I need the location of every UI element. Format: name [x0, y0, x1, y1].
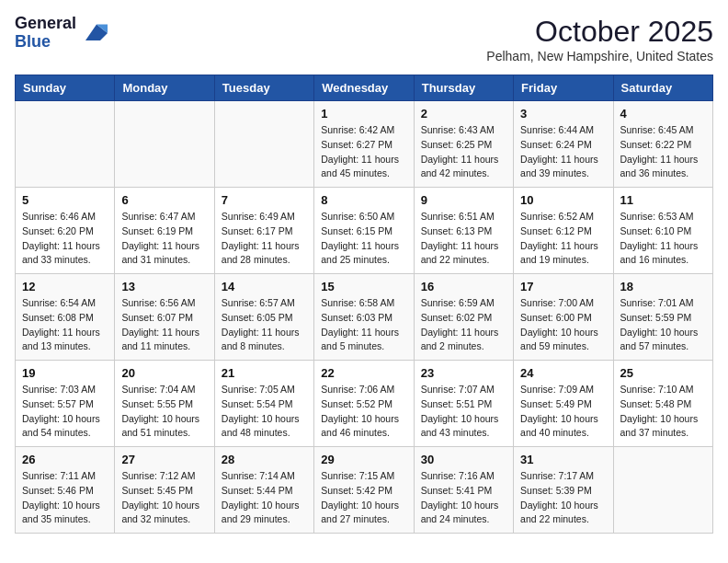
calendar-day-3: 3Sunrise: 6:44 AM Sunset: 6:24 PM Daylig…: [514, 101, 613, 188]
day-number: 27: [121, 453, 207, 466]
calendar-day-8: 8Sunrise: 6:50 AM Sunset: 6:15 PM Daylig…: [314, 188, 414, 274]
day-number: 16: [421, 280, 506, 293]
day-number: 23: [421, 366, 506, 380]
day-info: Sunrise: 6:56 AM Sunset: 6:07 PM Dayligh…: [121, 296, 207, 354]
day-number: 21: [222, 366, 307, 380]
calendar-empty-cell: [613, 447, 712, 534]
calendar-day-18: 18Sunrise: 7:01 AM Sunset: 5:59 PM Dayli…: [613, 274, 712, 361]
day-info: Sunrise: 7:09 AM Sunset: 5:49 PM Dayligh…: [520, 383, 606, 441]
calendar-day-7: 7Sunrise: 6:49 AM Sunset: 6:17 PM Daylig…: [214, 188, 313, 274]
calendar-day-21: 21Sunrise: 7:05 AM Sunset: 5:54 PM Dayli…: [214, 361, 313, 447]
day-info: Sunrise: 6:46 AM Sunset: 6:20 PM Dayligh…: [22, 210, 108, 268]
calendar-week-row: 1Sunrise: 6:42 AM Sunset: 6:27 PM Daylig…: [16, 101, 713, 188]
day-info: Sunrise: 7:10 AM Sunset: 5:48 PM Dayligh…: [620, 383, 706, 441]
logo-general-text: General: [15, 15, 76, 33]
day-number: 17: [520, 280, 606, 293]
day-number: 14: [222, 280, 307, 293]
day-number: 22: [321, 366, 406, 380]
day-info: Sunrise: 6:54 AM Sunset: 6:08 PM Dayligh…: [22, 296, 108, 354]
day-number: 1: [321, 107, 406, 121]
calendar-week-row: 5Sunrise: 6:46 AM Sunset: 6:20 PM Daylig…: [16, 188, 713, 274]
day-info: Sunrise: 6:50 AM Sunset: 6:15 PM Dayligh…: [321, 210, 406, 268]
calendar-empty-cell: [214, 101, 313, 188]
day-info: Sunrise: 6:47 AM Sunset: 6:19 PM Dayligh…: [121, 210, 207, 268]
day-info: Sunrise: 6:51 AM Sunset: 6:13 PM Dayligh…: [421, 210, 506, 268]
calendar-day-16: 16Sunrise: 6:59 AM Sunset: 6:02 PM Dayli…: [414, 274, 513, 361]
day-info: Sunrise: 7:01 AM Sunset: 5:59 PM Dayligh…: [620, 296, 706, 354]
day-info: Sunrise: 6:57 AM Sunset: 6:05 PM Dayligh…: [222, 296, 307, 354]
day-info: Sunrise: 6:53 AM Sunset: 6:10 PM Dayligh…: [620, 210, 706, 268]
month-year-title: October 2025: [486, 15, 713, 49]
day-number: 9: [421, 193, 506, 207]
day-number: 19: [22, 366, 108, 380]
calendar-table: SundayMondayTuesdayWednesdayThursdayFrid…: [15, 75, 713, 534]
day-header-saturday: Saturday: [613, 75, 712, 101]
calendar-day-15: 15Sunrise: 6:58 AM Sunset: 6:03 PM Dayli…: [314, 274, 414, 361]
logo: General Blue: [15, 15, 108, 52]
day-header-sunday: Sunday: [16, 75, 115, 101]
day-info: Sunrise: 7:16 AM Sunset: 5:41 PM Dayligh…: [421, 469, 506, 527]
day-number: 10: [520, 193, 606, 207]
day-info: Sunrise: 7:06 AM Sunset: 5:52 PM Dayligh…: [321, 383, 406, 441]
calendar-day-31: 31Sunrise: 7:17 AM Sunset: 5:39 PM Dayli…: [514, 447, 613, 534]
day-number: 26: [22, 453, 108, 466]
day-info: Sunrise: 7:15 AM Sunset: 5:42 PM Dayligh…: [321, 469, 406, 527]
day-number: 31: [520, 453, 606, 466]
day-number: 30: [421, 453, 506, 466]
day-info: Sunrise: 6:49 AM Sunset: 6:17 PM Dayligh…: [222, 210, 307, 268]
calendar-day-5: 5Sunrise: 6:46 AM Sunset: 6:20 PM Daylig…: [16, 188, 115, 274]
day-number: 12: [22, 280, 108, 293]
logo-icon: [78, 18, 108, 48]
day-number: 4: [620, 107, 706, 121]
calendar-day-14: 14Sunrise: 6:57 AM Sunset: 6:05 PM Dayli…: [214, 274, 313, 361]
day-header-tuesday: Tuesday: [214, 75, 313, 101]
day-number: 11: [620, 193, 706, 207]
day-info: Sunrise: 7:17 AM Sunset: 5:39 PM Dayligh…: [520, 469, 606, 527]
day-header-friday: Friday: [514, 75, 613, 101]
calendar-day-22: 22Sunrise: 7:06 AM Sunset: 5:52 PM Dayli…: [314, 361, 414, 447]
calendar-day-29: 29Sunrise: 7:15 AM Sunset: 5:42 PM Dayli…: [314, 447, 414, 534]
calendar-week-row: 26Sunrise: 7:11 AM Sunset: 5:46 PM Dayli…: [16, 447, 713, 534]
day-info: Sunrise: 6:43 AM Sunset: 6:25 PM Dayligh…: [421, 123, 506, 181]
day-number: 3: [520, 107, 606, 121]
calendar-day-12: 12Sunrise: 6:54 AM Sunset: 6:08 PM Dayli…: [16, 274, 115, 361]
calendar-day-10: 10Sunrise: 6:52 AM Sunset: 6:12 PM Dayli…: [514, 188, 613, 274]
day-info: Sunrise: 7:05 AM Sunset: 5:54 PM Dayligh…: [222, 383, 307, 441]
day-number: 28: [222, 453, 307, 466]
calendar-day-1: 1Sunrise: 6:42 AM Sunset: 6:27 PM Daylig…: [314, 101, 414, 188]
calendar-day-6: 6Sunrise: 6:47 AM Sunset: 6:19 PM Daylig…: [115, 188, 214, 274]
day-number: 5: [22, 193, 108, 207]
calendar-day-23: 23Sunrise: 7:07 AM Sunset: 5:51 PM Dayli…: [414, 361, 513, 447]
day-info: Sunrise: 6:59 AM Sunset: 6:02 PM Dayligh…: [421, 296, 506, 354]
day-info: Sunrise: 6:45 AM Sunset: 6:22 PM Dayligh…: [620, 123, 706, 181]
day-number: 6: [121, 193, 207, 207]
calendar-day-25: 25Sunrise: 7:10 AM Sunset: 5:48 PM Dayli…: [613, 361, 712, 447]
day-number: 2: [421, 107, 506, 121]
calendar-header-row: SundayMondayTuesdayWednesdayThursdayFrid…: [16, 75, 713, 101]
day-number: 25: [620, 366, 706, 380]
day-info: Sunrise: 6:58 AM Sunset: 6:03 PM Dayligh…: [321, 296, 406, 354]
day-number: 20: [121, 366, 207, 380]
day-number: 24: [520, 366, 606, 380]
day-header-monday: Monday: [115, 75, 214, 101]
calendar-day-9: 9Sunrise: 6:51 AM Sunset: 6:13 PM Daylig…: [414, 188, 513, 274]
calendar-day-28: 28Sunrise: 7:14 AM Sunset: 5:44 PM Dayli…: [214, 447, 313, 534]
calendar-day-11: 11Sunrise: 6:53 AM Sunset: 6:10 PM Dayli…: [613, 188, 712, 274]
calendar-day-13: 13Sunrise: 6:56 AM Sunset: 6:07 PM Dayli…: [115, 274, 214, 361]
location-subtitle: Pelham, New Hampshire, United States: [486, 49, 713, 63]
calendar-empty-cell: [16, 101, 115, 188]
calendar-week-row: 19Sunrise: 7:03 AM Sunset: 5:57 PM Dayli…: [16, 361, 713, 447]
day-info: Sunrise: 6:42 AM Sunset: 6:27 PM Dayligh…: [321, 123, 406, 181]
calendar-day-4: 4Sunrise: 6:45 AM Sunset: 6:22 PM Daylig…: [613, 101, 712, 188]
day-number: 8: [321, 193, 406, 207]
title-block: October 2025 Pelham, New Hampshire, Unit…: [486, 15, 713, 63]
day-info: Sunrise: 7:00 AM Sunset: 6:00 PM Dayligh…: [520, 296, 606, 354]
calendar-day-26: 26Sunrise: 7:11 AM Sunset: 5:46 PM Dayli…: [16, 447, 115, 534]
calendar-day-17: 17Sunrise: 7:00 AM Sunset: 6:00 PM Dayli…: [514, 274, 613, 361]
day-info: Sunrise: 7:14 AM Sunset: 5:44 PM Dayligh…: [222, 469, 307, 527]
day-number: 7: [222, 193, 307, 207]
calendar-day-20: 20Sunrise: 7:04 AM Sunset: 5:55 PM Dayli…: [115, 361, 214, 447]
page-header: General Blue October 2025 Pelham, New Ha…: [15, 15, 713, 63]
day-number: 15: [321, 280, 406, 293]
day-info: Sunrise: 6:44 AM Sunset: 6:24 PM Dayligh…: [520, 123, 606, 181]
